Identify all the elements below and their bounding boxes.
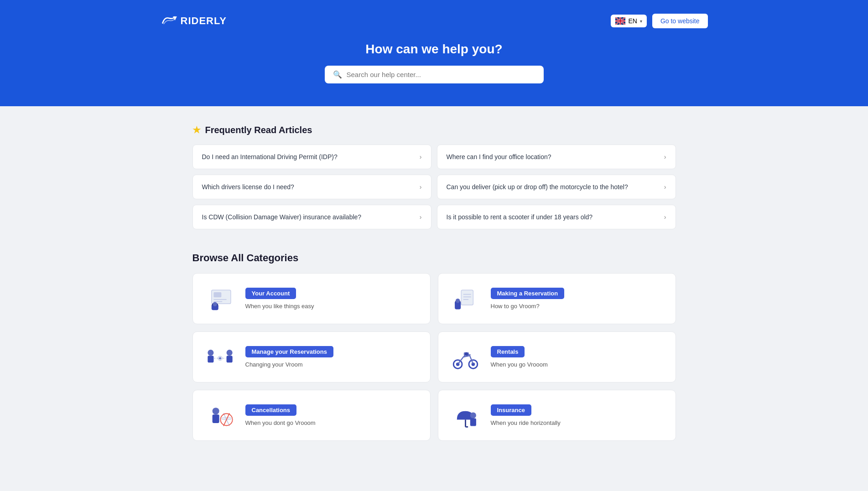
go-website-button[interactable]: Go to website [652,14,708,28]
category-illustration [203,399,237,431]
article-item[interactable]: Where can I find your office location? › [437,145,676,169]
main-content: ★ Frequently Read Articles Do I need an … [183,106,685,459]
chevron-right-icon: › [664,153,666,160]
category-card[interactable]: Your Account When you like things easy [192,273,431,324]
category-card[interactable]: Cancellations When you dont go Vrooom [192,390,431,441]
frequently-read-title: ★ Frequently Read Articles [192,124,676,135]
chevron-down-icon: ▾ [640,19,642,24]
category-badge: Rentals [491,346,525,357]
categories-grid: Your Account When you like things easy M… [192,273,676,441]
category-description: When you go Vrooom [491,361,548,368]
svg-rect-31 [212,414,219,423]
nav: RIDERLY EN ▾ Go to website [161,14,708,28]
language-selector[interactable]: EN ▾ [611,15,646,27]
chevron-right-icon: › [420,183,422,191]
chevron-right-icon: › [420,213,422,221]
article-item[interactable]: Is CDW (Collision Damage Waiver) insuran… [192,205,431,229]
page-title: How can we help you? [9,42,859,57]
section-title-text: Frequently Read Articles [205,125,312,135]
category-card[interactable]: Insurance When you ride horizontally [438,390,676,441]
category-badge: Making a Reservation [491,288,565,299]
category-illustration [448,341,483,373]
category-illustration [203,341,237,373]
browse-title: Browse All Categories [192,252,676,264]
category-badge: Manage your Reservations [245,346,333,357]
category-badge: Insurance [491,404,531,416]
category-info: Insurance When you ride horizontally [491,404,561,426]
logo[interactable]: RIDERLY [161,15,227,27]
category-card[interactable]: Rentals When you go Vrooom [438,331,676,382]
logo-icon [161,15,177,27]
svg-point-18 [226,350,232,356]
article-item[interactable]: Do I need an International Driving Permi… [192,145,431,169]
category-illustration [448,399,483,431]
category-card[interactable]: Manage your Reservations Changing your V… [192,331,431,382]
category-description: When you ride horizontally [491,419,561,426]
category-illustration [203,283,237,315]
svg-point-16 [208,350,213,356]
svg-point-8 [213,302,217,306]
header: RIDERLY EN ▾ Go to website How can we he… [0,0,868,106]
category-description: When you dont go Vrooom [245,419,316,426]
category-illustration [448,283,483,315]
chevron-right-icon: › [420,153,422,160]
chevron-right-icon: › [664,183,666,191]
article-item[interactable]: Which drivers license do I need? › [192,175,431,199]
category-info: Making a Reservation How to go Vroom? [491,288,565,310]
svg-rect-39 [470,419,476,426]
category-card[interactable]: Making a Reservation How to go Vroom? [438,273,676,324]
category-description: How to go Vroom? [491,303,565,310]
star-icon: ★ [192,124,201,135]
category-badge: Cancellations [245,404,297,416]
svg-point-30 [212,408,219,414]
flag-icon [615,17,625,25]
category-description: When you like things easy [245,303,314,310]
lang-label: EN [628,17,637,25]
svg-rect-9 [461,290,473,305]
svg-point-15 [455,299,459,303]
category-description: Changing your Vroom [245,361,333,368]
category-badge: Your Account [245,288,296,299]
article-text: Where can I find your office location? [447,153,664,160]
svg-point-38 [470,412,476,418]
articles-grid: Do I need an International Driving Permi… [192,145,676,229]
article-text: Is CDW (Collision Damage Waiver) insuran… [202,213,420,221]
article-text: Do I need an International Driving Permi… [202,153,420,160]
logo-text: RIDERLY [181,15,227,27]
chevron-right-icon: › [664,213,666,221]
article-text: Can you deliver (pick up or drop off) th… [447,183,664,191]
search-input[interactable] [347,71,535,78]
category-info: Rentals When you go Vrooom [491,346,548,368]
article-item[interactable]: Is it possible to rent a scooter if unde… [437,205,676,229]
article-text: Is it possible to rent a scooter if unde… [447,213,664,221]
category-info: Your Account When you like things easy [245,288,314,310]
svg-rect-29 [463,352,468,356]
header-right: EN ▾ Go to website [611,14,707,28]
svg-rect-3 [213,292,221,297]
svg-rect-19 [226,356,232,362]
category-info: Cancellations When you dont go Vrooom [245,404,316,426]
search-icon: 🔍 [333,70,342,79]
svg-rect-17 [208,356,213,362]
article-text: Which drivers license do I need? [202,183,420,191]
search-box: 🔍 [325,66,544,83]
article-item[interactable]: Can you deliver (pick up or drop off) th… [437,175,676,199]
category-info: Manage your Reservations Changing your V… [245,346,333,368]
